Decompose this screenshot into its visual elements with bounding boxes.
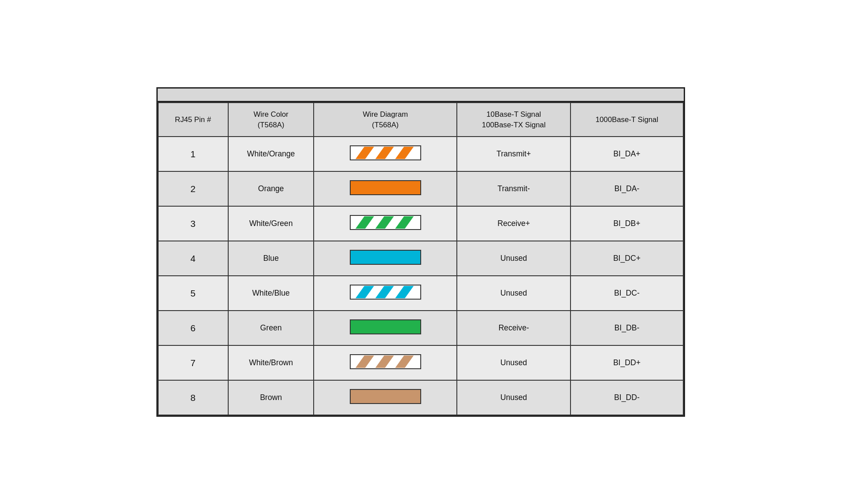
header-signal-1000: 1000Base-T Signal <box>571 103 683 137</box>
header-signal-10-100: 10Base-T Signal100Base-TX Signal <box>457 103 571 137</box>
diagram-cell <box>314 380 456 415</box>
table-row: 1White/OrangeTransmit+BI_DA+ <box>158 137 683 171</box>
color-cell: Green <box>228 311 314 345</box>
signal-1000-cell: BI_DB- <box>571 311 683 345</box>
table-row: 8BrownUnusedBI_DD- <box>158 380 683 415</box>
header-color: Wire Color(T568A) <box>228 103 314 137</box>
color-cell: White/Green <box>228 206 314 241</box>
pin-cell: 3 <box>158 206 228 241</box>
header-pin: RJ45 Pin # <box>158 103 228 137</box>
signal-10-100-cell: Receive+ <box>457 206 571 241</box>
diagram-cell <box>314 137 456 171</box>
signal-1000-cell: BI_DB+ <box>571 206 683 241</box>
svg-rect-23 <box>350 389 421 404</box>
wire-table: RJ45 Pin # Wire Color(T568A) Wire Diagra… <box>158 102 684 415</box>
pin-cell: 6 <box>158 311 228 345</box>
signal-10-100-cell: Receive- <box>457 311 571 345</box>
diagram-cell <box>314 276 456 311</box>
color-cell: Brown <box>228 380 314 415</box>
diagram-cell <box>314 345 456 380</box>
svg-rect-5 <box>350 181 421 195</box>
signal-10-100-cell: Unused <box>457 276 571 311</box>
color-cell: White/Brown <box>228 345 314 380</box>
wire-diagram-svg <box>348 384 423 409</box>
diagram-cell <box>314 311 456 345</box>
pin-cell: 1 <box>158 137 228 171</box>
diagram-cell <box>314 171 456 206</box>
table-row: 6GreenReceive-BI_DB- <box>158 311 683 345</box>
diagram-cell <box>314 206 456 241</box>
signal-10-100-cell: Transmit+ <box>457 137 571 171</box>
color-cell: White/Orange <box>228 137 314 171</box>
signal-1000-cell: BI_DC- <box>571 276 683 311</box>
color-cell: Blue <box>228 241 314 276</box>
signal-1000-cell: BI_DA+ <box>571 137 683 171</box>
table-row: 7White/BrownUnusedBI_DD+ <box>158 345 683 380</box>
svg-rect-11 <box>350 250 421 264</box>
wire-diagram-svg <box>348 315 423 339</box>
signal-1000-cell: BI_DC+ <box>571 241 683 276</box>
table-row: 3White/GreenReceive+BI_DB+ <box>158 206 683 241</box>
diagram-title <box>158 89 684 102</box>
table-row: 2OrangeTransmit-BI_DA- <box>158 171 683 206</box>
pin-cell: 2 <box>158 171 228 206</box>
signal-1000-cell: BI_DA- <box>571 171 683 206</box>
diagram-wrapper: RJ45 Pin # Wire Color(T568A) Wire Diagra… <box>156 87 685 417</box>
table-row: 4BlueUnusedBI_DC+ <box>158 241 683 276</box>
signal-10-100-cell: Unused <box>457 345 571 380</box>
signal-1000-cell: BI_DD- <box>571 380 683 415</box>
pin-cell: 8 <box>158 380 228 415</box>
wire-diagram-svg <box>348 210 423 235</box>
signal-10-100-cell: Unused <box>457 241 571 276</box>
pin-cell: 5 <box>158 276 228 311</box>
signal-10-100-cell: Transmit- <box>457 171 571 206</box>
table-row: 5White/BlueUnusedBI_DC- <box>158 276 683 311</box>
wire-diagram-svg <box>348 280 423 304</box>
wire-diagram-svg <box>348 175 423 200</box>
svg-rect-17 <box>350 320 421 334</box>
diagram-cell <box>314 241 456 276</box>
pin-cell: 7 <box>158 345 228 380</box>
pin-cell: 4 <box>158 241 228 276</box>
color-cell: Orange <box>228 171 314 206</box>
wire-diagram-svg <box>348 245 423 270</box>
wire-diagram-svg <box>348 349 423 374</box>
header-diagram: Wire Diagram(T568A) <box>314 103 456 137</box>
table-header-row: RJ45 Pin # Wire Color(T568A) Wire Diagra… <box>158 103 683 137</box>
color-cell: White/Blue <box>228 276 314 311</box>
signal-1000-cell: BI_DD+ <box>571 345 683 380</box>
signal-10-100-cell: Unused <box>457 380 571 415</box>
wire-diagram-svg <box>348 141 423 165</box>
